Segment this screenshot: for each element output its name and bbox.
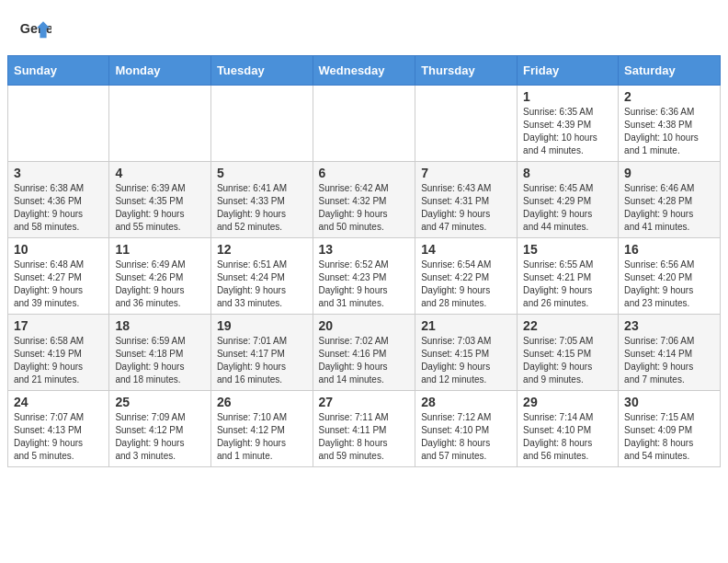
day-number: 17 bbox=[14, 318, 103, 333]
day-number: 11 bbox=[115, 242, 205, 257]
calendar-cell: 19Sunrise: 7:01 AM Sunset: 4:17 PM Dayli… bbox=[210, 315, 313, 391]
calendar-header-thursday: Thursday bbox=[415, 56, 518, 86]
day-info: Sunrise: 6:43 AM Sunset: 4:31 PM Dayligh… bbox=[421, 182, 511, 234]
calendar-week-row: 1Sunrise: 6:35 AM Sunset: 4:39 PM Daylig… bbox=[8, 86, 721, 162]
day-info: Sunrise: 7:01 AM Sunset: 4:17 PM Dayligh… bbox=[217, 335, 307, 386]
day-info: Sunrise: 6:56 AM Sunset: 4:20 PM Dayligh… bbox=[624, 259, 714, 310]
svg-text:General: General bbox=[20, 21, 51, 36]
day-info: Sunrise: 7:06 AM Sunset: 4:14 PM Dayligh… bbox=[624, 335, 714, 386]
day-info: Sunrise: 7:05 AM Sunset: 4:15 PM Dayligh… bbox=[523, 335, 612, 386]
day-info: Sunrise: 6:42 AM Sunset: 4:32 PM Dayligh… bbox=[319, 182, 410, 234]
day-info: Sunrise: 7:15 AM Sunset: 4:09 PM Dayligh… bbox=[624, 411, 714, 463]
calendar-cell: 2Sunrise: 6:36 AM Sunset: 4:38 PM Daylig… bbox=[619, 86, 721, 162]
day-number: 23 bbox=[624, 318, 714, 333]
day-number: 5 bbox=[217, 166, 307, 180]
calendar-cell bbox=[415, 86, 518, 162]
day-info: Sunrise: 7:11 AM Sunset: 4:11 PM Dayligh… bbox=[319, 411, 410, 463]
day-info: Sunrise: 6:48 AM Sunset: 4:27 PM Dayligh… bbox=[14, 259, 103, 310]
calendar-header-row: SundayMondayTuesdayWednesdayThursdayFrid… bbox=[8, 56, 721, 86]
day-number: 1 bbox=[523, 89, 612, 104]
day-number: 15 bbox=[523, 242, 612, 257]
calendar-cell: 30Sunrise: 7:15 AM Sunset: 4:09 PM Dayli… bbox=[619, 391, 721, 467]
calendar-cell bbox=[313, 86, 415, 162]
calendar-cell: 18Sunrise: 6:59 AM Sunset: 4:18 PM Dayli… bbox=[109, 315, 211, 391]
calendar-header-saturday: Saturday bbox=[619, 56, 721, 86]
day-number: 2 bbox=[624, 89, 714, 104]
day-info: Sunrise: 6:35 AM Sunset: 4:39 PM Dayligh… bbox=[523, 106, 612, 157]
day-number: 8 bbox=[523, 166, 612, 180]
calendar-cell: 6Sunrise: 6:42 AM Sunset: 4:32 PM Daylig… bbox=[313, 162, 415, 238]
calendar-cell: 21Sunrise: 7:03 AM Sunset: 4:15 PM Dayli… bbox=[415, 315, 518, 391]
day-info: Sunrise: 6:46 AM Sunset: 4:28 PM Dayligh… bbox=[624, 182, 714, 234]
day-info: Sunrise: 6:39 AM Sunset: 4:35 PM Dayligh… bbox=[115, 182, 205, 234]
day-number: 7 bbox=[421, 166, 511, 180]
day-number: 30 bbox=[624, 395, 714, 409]
calendar-cell: 23Sunrise: 7:06 AM Sunset: 4:14 PM Dayli… bbox=[619, 315, 721, 391]
day-info: Sunrise: 7:03 AM Sunset: 4:15 PM Dayligh… bbox=[421, 335, 511, 386]
day-number: 29 bbox=[523, 395, 612, 409]
calendar-cell bbox=[210, 86, 313, 162]
calendar-cell bbox=[8, 86, 109, 162]
calendar-cell: 3Sunrise: 6:38 AM Sunset: 4:36 PM Daylig… bbox=[8, 162, 109, 238]
calendar-cell bbox=[109, 86, 211, 162]
day-number: 22 bbox=[523, 318, 612, 333]
calendar-week-row: 10Sunrise: 6:48 AM Sunset: 4:27 PM Dayli… bbox=[8, 238, 721, 315]
calendar-week-row: 24Sunrise: 7:07 AM Sunset: 4:13 PM Dayli… bbox=[8, 391, 721, 467]
calendar-cell: 24Sunrise: 7:07 AM Sunset: 4:13 PM Dayli… bbox=[8, 391, 109, 467]
calendar-cell: 13Sunrise: 6:52 AM Sunset: 4:23 PM Dayli… bbox=[313, 238, 415, 315]
day-info: Sunrise: 6:45 AM Sunset: 4:29 PM Dayligh… bbox=[523, 182, 612, 234]
calendar-cell: 5Sunrise: 6:41 AM Sunset: 4:33 PM Daylig… bbox=[210, 162, 313, 238]
day-number: 21 bbox=[421, 318, 511, 333]
day-number: 24 bbox=[14, 395, 103, 409]
calendar-cell: 22Sunrise: 7:05 AM Sunset: 4:15 PM Dayli… bbox=[518, 315, 619, 391]
day-number: 18 bbox=[115, 318, 205, 333]
day-number: 13 bbox=[319, 242, 410, 257]
day-info: Sunrise: 7:02 AM Sunset: 4:16 PM Dayligh… bbox=[319, 335, 410, 386]
day-info: Sunrise: 6:52 AM Sunset: 4:23 PM Dayligh… bbox=[319, 259, 410, 310]
calendar-cell: 29Sunrise: 7:14 AM Sunset: 4:10 PM Dayli… bbox=[518, 391, 619, 467]
day-number: 20 bbox=[319, 318, 410, 333]
day-number: 16 bbox=[624, 242, 714, 257]
calendar-cell: 4Sunrise: 6:39 AM Sunset: 4:35 PM Daylig… bbox=[109, 162, 211, 238]
day-info: Sunrise: 6:58 AM Sunset: 4:19 PM Dayligh… bbox=[14, 335, 103, 386]
day-info: Sunrise: 6:38 AM Sunset: 4:36 PM Dayligh… bbox=[14, 182, 103, 234]
day-number: 27 bbox=[319, 395, 410, 409]
calendar-cell: 26Sunrise: 7:10 AM Sunset: 4:12 PM Dayli… bbox=[210, 391, 313, 467]
day-info: Sunrise: 6:51 AM Sunset: 4:24 PM Dayligh… bbox=[217, 259, 307, 310]
calendar-table: SundayMondayTuesdayWednesdayThursdayFrid… bbox=[7, 55, 721, 467]
calendar-header-monday: Monday bbox=[109, 56, 211, 86]
day-info: Sunrise: 6:41 AM Sunset: 4:33 PM Dayligh… bbox=[217, 182, 307, 234]
calendar-header-wednesday: Wednesday bbox=[313, 56, 415, 86]
calendar-cell: 16Sunrise: 6:56 AM Sunset: 4:20 PM Dayli… bbox=[619, 238, 721, 315]
calendar-cell: 25Sunrise: 7:09 AM Sunset: 4:12 PM Dayli… bbox=[109, 391, 211, 467]
calendar-header-sunday: Sunday bbox=[8, 56, 109, 86]
calendar-cell: 14Sunrise: 6:54 AM Sunset: 4:22 PM Dayli… bbox=[415, 238, 518, 315]
calendar-cell: 8Sunrise: 6:45 AM Sunset: 4:29 PM Daylig… bbox=[518, 162, 619, 238]
calendar-cell: 20Sunrise: 7:02 AM Sunset: 4:16 PM Dayli… bbox=[313, 315, 415, 391]
day-info: Sunrise: 7:09 AM Sunset: 4:12 PM Dayligh… bbox=[115, 411, 205, 463]
calendar-cell: 9Sunrise: 6:46 AM Sunset: 4:28 PM Daylig… bbox=[619, 162, 721, 238]
header: General bbox=[0, 0, 728, 55]
day-info: Sunrise: 7:12 AM Sunset: 4:10 PM Dayligh… bbox=[421, 411, 511, 463]
calendar-week-row: 17Sunrise: 6:58 AM Sunset: 4:19 PM Dayli… bbox=[8, 315, 721, 391]
day-number: 3 bbox=[14, 166, 103, 180]
logo-icon: General bbox=[18, 15, 51, 48]
calendar-container: SundayMondayTuesdayWednesdayThursdayFrid… bbox=[0, 55, 728, 475]
day-info: Sunrise: 6:55 AM Sunset: 4:21 PM Dayligh… bbox=[523, 259, 612, 310]
calendar-header-friday: Friday bbox=[518, 56, 619, 86]
day-number: 10 bbox=[14, 242, 103, 257]
calendar-cell: 15Sunrise: 6:55 AM Sunset: 4:21 PM Dayli… bbox=[518, 238, 619, 315]
day-info: Sunrise: 7:14 AM Sunset: 4:10 PM Dayligh… bbox=[523, 411, 612, 463]
day-number: 26 bbox=[217, 395, 307, 409]
calendar-cell: 27Sunrise: 7:11 AM Sunset: 4:11 PM Dayli… bbox=[313, 391, 415, 467]
day-number: 28 bbox=[421, 395, 511, 409]
day-info: Sunrise: 6:54 AM Sunset: 4:22 PM Dayligh… bbox=[421, 259, 511, 310]
day-number: 9 bbox=[624, 166, 714, 180]
calendar-cell: 10Sunrise: 6:48 AM Sunset: 4:27 PM Dayli… bbox=[8, 238, 109, 315]
day-info: Sunrise: 6:59 AM Sunset: 4:18 PM Dayligh… bbox=[115, 335, 205, 386]
day-number: 4 bbox=[115, 166, 205, 180]
day-info: Sunrise: 7:07 AM Sunset: 4:13 PM Dayligh… bbox=[14, 411, 103, 463]
calendar-cell: 11Sunrise: 6:49 AM Sunset: 4:26 PM Dayli… bbox=[109, 238, 211, 315]
calendar-cell: 28Sunrise: 7:12 AM Sunset: 4:10 PM Dayli… bbox=[415, 391, 518, 467]
day-number: 12 bbox=[217, 242, 307, 257]
